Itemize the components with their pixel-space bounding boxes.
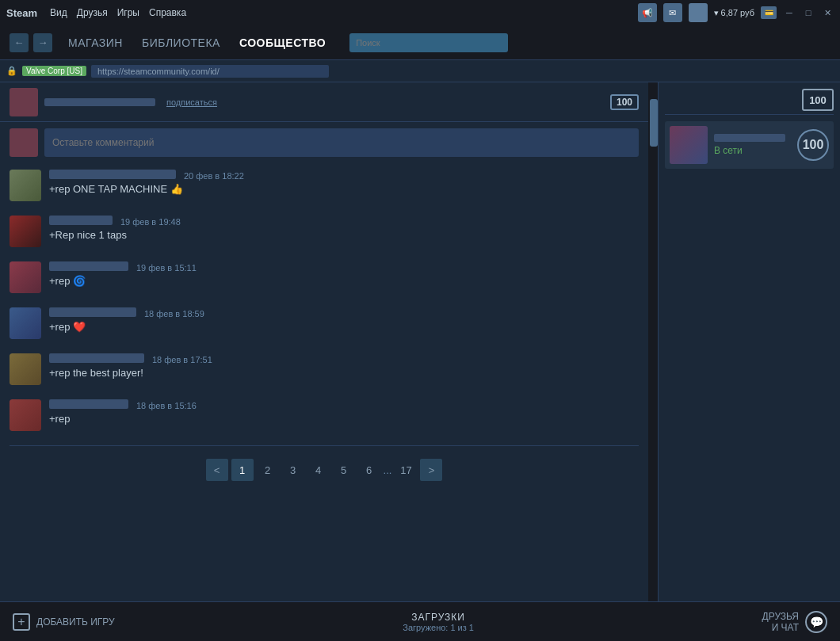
friend-info: В сети bbox=[714, 134, 791, 156]
page-button-3[interactable]: 3 bbox=[282, 459, 304, 481]
add-game-label: ДОБАВИТЬ ИГРУ bbox=[36, 616, 115, 628]
commenter-avatar-1 bbox=[10, 170, 41, 201]
current-user-avatar bbox=[10, 128, 38, 157]
wallet-icon[interactable]: 💳 bbox=[761, 6, 777, 19]
scrollbar[interactable] bbox=[648, 82, 658, 601]
chat-label: И ЧАТ bbox=[762, 622, 799, 633]
close-button[interactable]: ✕ bbox=[821, 6, 834, 19]
menu-druzya[interactable]: Друзья bbox=[77, 7, 108, 18]
back-button[interactable]: ← bbox=[10, 33, 29, 52]
lock-icon: 🔒 bbox=[6, 66, 17, 76]
downloads-subtitle: Загружено: 1 из 1 bbox=[115, 623, 762, 632]
commenter-name-5 bbox=[49, 353, 144, 363]
right-panel: 100 В сети 100 bbox=[658, 82, 840, 601]
nav-shop[interactable]: МАГАЗИН bbox=[68, 36, 123, 49]
chat-notification-icon[interactable]: ✉ bbox=[663, 3, 682, 22]
commenter-name-6 bbox=[49, 399, 128, 409]
comment-text-2: +Rep nice 1 taps bbox=[49, 229, 639, 241]
comment-item: 18 фев в 17:51 +rep the best player! bbox=[10, 353, 639, 385]
comment-header-5: 18 фев в 17:51 bbox=[49, 353, 639, 364]
balance-display[interactable]: ▾ 6,87 руб bbox=[714, 8, 754, 18]
address-bar: 🔒 Valve Corp [US] https://steamcommunity… bbox=[0, 60, 840, 82]
top-partial-row: подписаться 100 bbox=[0, 82, 648, 122]
comment-header-3: 19 фев в 15:11 bbox=[49, 261, 639, 273]
title-bar-menu: Вид Друзья Игры Справка bbox=[50, 7, 186, 18]
nav-arrows: ← → bbox=[10, 33, 52, 52]
page-button-2[interactable]: 2 bbox=[257, 459, 279, 481]
comment-item: 19 фев в 19:48 +Rep nice 1 taps bbox=[10, 216, 639, 247]
commenter-avatar-5 bbox=[10, 353, 41, 385]
nav-links: МАГАЗИН БИБЛИОТЕКА СООБЩЕСТВО bbox=[68, 36, 326, 49]
scrollbar-thumb[interactable] bbox=[650, 99, 658, 147]
comment-input-row bbox=[10, 128, 639, 157]
page-button-5[interactable]: 5 bbox=[333, 459, 355, 481]
bottom-bar: + ДОБАВИТЬ ИГРУ ЗАГРУЗКИ Загружено: 1 из… bbox=[0, 601, 840, 641]
menu-igry[interactable]: Игры bbox=[117, 7, 139, 18]
pagination: < 1 2 3 4 5 6 ... 17 > bbox=[10, 445, 639, 494]
friends-chat-button[interactable]: ДРУЗЬЯ И ЧАТ 💬 bbox=[762, 611, 827, 633]
commenter-name-1 bbox=[49, 170, 176, 179]
comment-body-6: 18 фев в 15:16 +rep bbox=[49, 399, 639, 431]
add-icon: + bbox=[13, 613, 30, 631]
comment-header-4: 18 фев в 18:59 bbox=[49, 307, 639, 319]
comment-item: 19 фев в 15:11 +rep 🌀 bbox=[10, 261, 639, 293]
page-button-6[interactable]: 6 bbox=[358, 459, 380, 481]
subscribe-link[interactable]: подписаться bbox=[166, 97, 217, 107]
comment-body-2: 19 фев в 19:48 +Rep nice 1 taps bbox=[49, 216, 639, 247]
prev-page-button[interactable]: < bbox=[206, 459, 228, 481]
commenter-avatar-6 bbox=[10, 399, 41, 431]
comment-item: 18 фев в 18:59 +rep ❤️ bbox=[10, 307, 639, 339]
page-button-4[interactable]: 4 bbox=[307, 459, 330, 481]
next-page-button[interactable]: > bbox=[420, 459, 442, 481]
page-button-last[interactable]: 17 bbox=[395, 459, 417, 481]
friends-chat-label: ДРУЗЬЯ И ЧАТ bbox=[762, 611, 799, 633]
friend-card: В сети 100 bbox=[665, 121, 834, 169]
comments-section: 20 фев в 18:22 +rep ONE TAP MACHINE 👍 19… bbox=[0, 122, 648, 500]
commenter-name-3 bbox=[49, 261, 128, 271]
comment-item: 18 фев в 15:16 +rep bbox=[10, 399, 639, 431]
friend-avatar-image bbox=[670, 126, 708, 164]
user-avatar[interactable] bbox=[689, 3, 708, 22]
nav-search-area bbox=[349, 33, 830, 52]
comment-body-1: 20 фев в 18:22 +rep ONE TAP MACHINE 👍 bbox=[49, 170, 639, 201]
comment-text-4: +rep ❤️ bbox=[49, 321, 639, 333]
menu-spravka[interactable]: Справка bbox=[149, 7, 186, 18]
friend-avatar bbox=[670, 126, 708, 164]
comment-time-2: 19 фев в 19:48 bbox=[120, 217, 181, 227]
friend-status: В сети bbox=[714, 145, 791, 156]
menu-vid[interactable]: Вид bbox=[50, 7, 67, 18]
forward-button[interactable]: → bbox=[33, 33, 52, 52]
commenter-avatar-2 bbox=[10, 216, 41, 247]
comment-time-6: 18 фев в 15:16 bbox=[136, 401, 197, 410]
nav-library[interactable]: БИБЛИОТЕКА bbox=[142, 36, 220, 49]
downloads-title[interactable]: ЗАГРУЗКИ bbox=[115, 612, 762, 623]
comment-body-3: 19 фев в 15:11 +rep 🌀 bbox=[49, 261, 639, 293]
maximize-button[interactable]: □ bbox=[802, 6, 815, 19]
comment-text-5: +rep the best player! bbox=[49, 367, 639, 379]
url-display[interactable]: https://steamcommunity.com/id/ bbox=[91, 65, 329, 78]
comment-item: 20 фев в 18:22 +rep ONE TAP MACHINE 👍 bbox=[10, 170, 639, 201]
comment-time-5: 18 фев в 17:51 bbox=[152, 355, 212, 364]
search-input[interactable] bbox=[349, 33, 508, 52]
title-bar: Steam Вид Друзья Игры Справка 📢 ✉ ▾ 6,87… bbox=[0, 0, 840, 25]
commenter-avatar-4 bbox=[10, 307, 41, 339]
chat-icon: 💬 bbox=[805, 611, 827, 633]
commenter-name-2 bbox=[49, 216, 113, 225]
title-bar-left: Steam Вид Друзья Игры Справка bbox=[6, 7, 186, 19]
nav-bar: ← → МАГАЗИН БИБЛИОТЕКА СООБЩЕСТВО bbox=[0, 25, 840, 60]
right-panel-header: 100 bbox=[665, 89, 834, 115]
title-bar-right: 📢 ✉ ▾ 6,87 руб 💳 ─ □ ✕ bbox=[638, 3, 834, 22]
comment-header-6: 18 фев в 15:16 bbox=[49, 399, 639, 410]
top-partial-username bbox=[44, 98, 155, 106]
comment-header-2: 19 фев в 19:48 bbox=[49, 216, 639, 227]
notification-icon[interactable]: 📢 bbox=[638, 3, 657, 22]
commenter-avatar-3 bbox=[10, 261, 41, 293]
comment-input-field[interactable] bbox=[44, 128, 639, 157]
add-game-button[interactable]: + ДОБАВИТЬ ИГРУ bbox=[13, 613, 115, 631]
nav-community[interactable]: СООБЩЕСТВО bbox=[239, 36, 326, 49]
minimize-button[interactable]: ─ bbox=[783, 6, 796, 19]
page-button-1[interactable]: 1 bbox=[231, 459, 254, 481]
main-area: подписаться 100 20 фев в 18:22 +rep bbox=[0, 82, 840, 601]
commenter-name-4 bbox=[49, 307, 136, 317]
comment-text-1: +rep ONE TAP MACHINE 👍 bbox=[49, 183, 639, 195]
